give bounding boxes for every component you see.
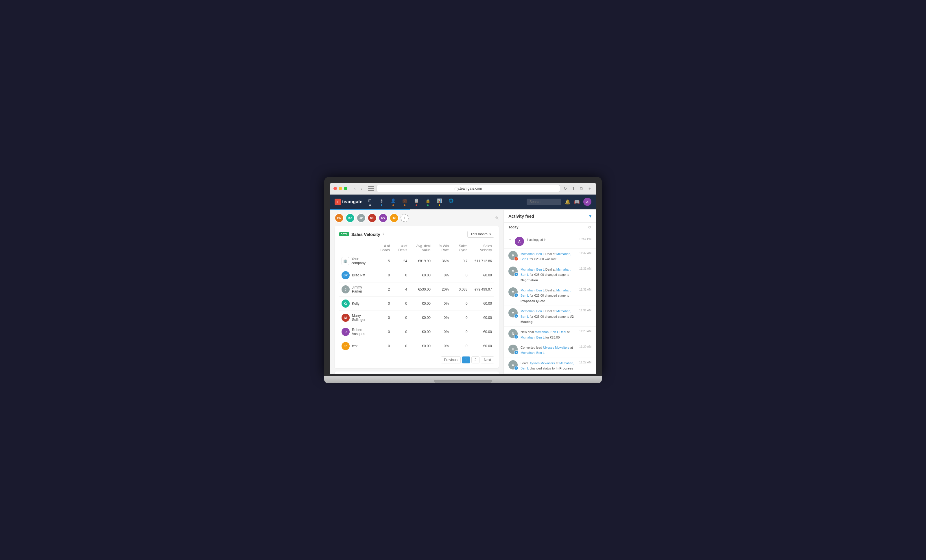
row-deals: 24 (392, 254, 410, 268)
feed-item[interactable]: U ● Lead Ulysses Mcwalters at Mcmahan, B… (504, 358, 596, 374)
activity-goals-card: Activity goals vs. Performance this mont… (334, 371, 499, 374)
row-leads: 0 (374, 268, 392, 282)
row-deals: 0 (392, 339, 410, 353)
nav-security[interactable]: 🔒 (425, 198, 431, 206)
row-sales-cycle: 0 (451, 297, 470, 311)
person-avatar: BP (342, 271, 350, 279)
search-input[interactable] (527, 199, 561, 205)
forward-button[interactable]: › (359, 186, 365, 192)
close-button[interactable] (333, 187, 337, 190)
security-dot (427, 204, 428, 206)
feed-item[interactable]: M ⚡ Mcmahan, Ben L Deal at Mcmahan, Ben … (504, 249, 596, 264)
company-icon: 🏢 (342, 257, 349, 265)
global-icon: 🌐 (448, 198, 454, 204)
add-team-button[interactable]: + (401, 214, 409, 222)
feed-content: Has logged in (527, 237, 576, 242)
row-win-rate: 0% (433, 339, 451, 353)
team-avatar-ms[interactable]: MS (368, 213, 377, 223)
feed-text: New deal Mcmahan, Ben L Deal at Mcmahan,… (520, 330, 570, 339)
reload-icon[interactable]: ↻ (563, 186, 568, 192)
notifications-icon[interactable]: 🔔 (565, 199, 570, 205)
feed-refresh-icon[interactable]: ↻ (588, 225, 592, 229)
person-avatar: Ke (342, 299, 350, 308)
table-row: M Marry Sullinger 0 0 €0.00 0% 0 €0.00 (339, 311, 494, 325)
card-title-row: BETA Sales Velocity ℹ (339, 232, 384, 237)
url-bar[interactable]: my.teamgate.com (376, 185, 560, 192)
team-avatar-jp[interactable]: JP (357, 213, 366, 223)
person-avatar: R (342, 328, 350, 336)
feed-text: Lead Ulysses Mcwalters at Mcmahan, Ben L… (520, 361, 574, 370)
row-win-rate: 0% (433, 325, 451, 339)
table-row: R Robert Vasques 0 0 €0.00 0% 0 €0.00 (339, 325, 494, 339)
nav-deals[interactable]: 💼 (402, 198, 407, 206)
team-avatar-br[interactable]: BR (334, 213, 344, 223)
row-sales-cycle: 0 (451, 268, 470, 282)
maximize-button[interactable] (344, 187, 347, 190)
feed-content: Lead Ulysses Mcwalters at Mcmahan, Ben L… (520, 360, 576, 371)
feed-text: Mcmahan, Ben L Deal at Mcmahan, Ben L fo… (520, 309, 574, 323)
dashboard-dot (369, 204, 371, 206)
row-deals: 0 (392, 268, 410, 282)
feed-item[interactable]: → A Has logged in 12:57 PM (504, 234, 596, 249)
feed-item[interactable]: M ● Mcmahan, Ben L Deal at Mcmahan, Ben … (504, 285, 596, 306)
person-cell: Ke Kelly (342, 299, 372, 308)
month-label: This month (471, 232, 487, 236)
reports-dot (439, 204, 440, 206)
next-page-button[interactable]: Next (481, 356, 494, 364)
feed-filter-icon[interactable]: ▾ (589, 213, 592, 219)
info-icon[interactable]: ℹ (383, 232, 384, 236)
edit-dashboard-button[interactable]: ✎ (495, 215, 499, 221)
feed-item[interactable]: U ● Converted lead Ulysses Mcwalters at … (504, 342, 596, 358)
feed-text: Mcmahan, Ben L Deal at Mcmahan, Ben L fo… (520, 252, 571, 261)
back-button[interactable]: ‹ (352, 186, 358, 192)
feed-avatar-wrap: M ● (508, 287, 517, 297)
page-1-button[interactable]: 1 (462, 356, 470, 364)
tabs-icon[interactable]: ⧉ (579, 186, 584, 192)
laptop-shell: ‹ › my.teamgate.com ↻ ⬆ ⧉ + (324, 177, 602, 383)
feed-header: Activity feed ▾ (504, 210, 596, 223)
feed-item[interactable]: M ● Mcmahan, Ben L Deal at Mcmahan, Ben … (504, 306, 596, 327)
sidebar-toggle[interactable] (368, 186, 374, 191)
nav-dashboard[interactable]: ⊞ (367, 198, 373, 206)
help-icon[interactable]: 📖 (574, 199, 580, 205)
nav-people[interactable]: 👤 (390, 198, 396, 206)
row-deals: 0 (392, 311, 410, 325)
feed-date-row: Today ↻ (504, 223, 596, 232)
prev-page-button[interactable]: Previous (441, 356, 461, 364)
add-tab-icon[interactable]: + (587, 186, 593, 192)
row-sales-cycle: 0 (451, 311, 470, 325)
analytics-dot (381, 204, 382, 206)
row-deals: 0 (392, 297, 410, 311)
minimize-button[interactable] (339, 187, 342, 190)
team-row: BR Ke JP MS RV Te + ✎ (334, 213, 499, 223)
share-icon[interactable]: ⬆ (570, 186, 576, 192)
team-avatar-te[interactable]: Te (390, 213, 399, 223)
row-win-rate: 20% (433, 282, 451, 297)
month-selector[interactable]: This month ▾ (468, 231, 494, 238)
col-sales-cycle: Sales Cycle (451, 242, 470, 254)
col-avg-deal: Avg. deal value (410, 242, 433, 254)
team-avatar-rv[interactable]: RV (378, 213, 388, 223)
feed-avatar-wrap: U ● (508, 360, 517, 370)
feed-badge: ● (514, 293, 518, 297)
row-leads: 0 (374, 339, 392, 353)
team-avatar-ke[interactable]: Ke (346, 213, 355, 223)
nav-reports[interactable]: 📊 (436, 198, 442, 206)
logo-text: teamgate (342, 199, 362, 204)
feed-item[interactable]: N ● New deal Mcmahan, Ben L Deal at Mcma… (504, 327, 596, 342)
browser-chrome: ‹ › my.teamgate.com ↻ ⬆ ⧉ + (330, 183, 596, 374)
row-name: Kelly (352, 302, 360, 306)
page-2-button[interactable]: 2 (471, 356, 480, 364)
nav-tasks[interactable]: 📋 (413, 198, 419, 206)
deals-icon: 💼 (402, 198, 407, 204)
app-logo[interactable]: T teamgate (334, 199, 362, 205)
app-container: T teamgate ⊞ ◎ 👤 (330, 195, 596, 374)
feed-time: 11:31 AM (579, 267, 592, 270)
user-avatar[interactable]: A (583, 198, 592, 206)
nav-global[interactable]: 🌐 (448, 198, 454, 206)
person-cell: M Marry Sullinger (342, 314, 372, 322)
feed-item[interactable]: M ● Mcmahan, Ben L Deal at Mcmahan, Ben … (504, 264, 596, 285)
nav-analytics[interactable]: ◎ (378, 198, 384, 206)
row-avg-deal: €819.90 (410, 254, 433, 268)
progress-indicator (330, 209, 596, 210)
